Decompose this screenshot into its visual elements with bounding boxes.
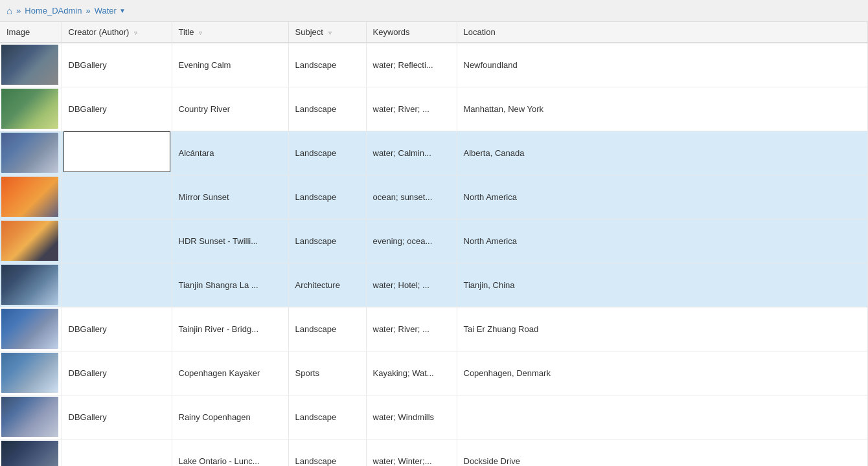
table-row[interactable]: DBGalleryTainjin River - Bridg...Landsca… [0, 307, 868, 351]
creator-cell[interactable] [62, 263, 172, 307]
title-cell[interactable]: HDR Sunset - Twilli... [172, 219, 288, 263]
keywords-cell: water; Windmills [366, 395, 457, 439]
image-cell [0, 351, 62, 395]
image-cell [0, 395, 62, 439]
col-header-location[interactable]: Location [457, 22, 868, 43]
location-cell: Dockside Drive [457, 439, 868, 466]
table-row[interactable]: Tianjin Shangra La ...Architecturewater;… [0, 263, 868, 307]
table-header-row: Image Creator (Author) ▿ Title ▿ Subject… [0, 22, 868, 43]
keywords-cell: Kayaking; Wat... [366, 351, 457, 395]
keywords-cell: evening; ocea... [366, 219, 457, 263]
keywords-cell: water; Hotel; ... [366, 263, 457, 307]
keywords-cell: water; Calmin... [366, 131, 457, 175]
creator-cell[interactable] [62, 175, 172, 219]
location-cell: Tai Er Zhuang Road [457, 307, 868, 351]
col-keywords-label: Keywords [373, 27, 410, 37]
creator-cell[interactable]: DBGallery [62, 43, 172, 87]
table-row[interactable]: DBGalleryCountry RiverLandscapewater; Ri… [0, 87, 868, 131]
location-cell: Copenhagen, Denmark [457, 351, 868, 395]
title-cell[interactable]: Tainjin River - Bridg... [172, 307, 288, 351]
subject-cell: Architecture [288, 263, 366, 307]
image-cell [0, 307, 62, 351]
creator-cell[interactable]: DBGallery [62, 87, 172, 131]
table-row[interactable]: DBGalleryCopenhagen KayakerSportsKayakin… [0, 351, 868, 395]
col-header-image[interactable]: Image [0, 22, 62, 43]
subject-sort-icon: ▿ [328, 29, 332, 36]
keywords-cell: water; Winter;... [366, 439, 457, 466]
keywords-cell: water; River; ... [366, 307, 457, 351]
title-sort-icon: ▿ [199, 29, 202, 36]
location-cell [457, 395, 868, 439]
subject-cell: Landscape [288, 439, 366, 466]
breadcrumb-dropdown-icon[interactable]: ▼ [119, 7, 126, 14]
location-cell: Alberta, Canada [457, 131, 868, 175]
col-creator-label: Creator (Author) [69, 27, 130, 37]
title-cell[interactable]: Country River [172, 87, 288, 131]
subject-cell: Landscape [288, 87, 366, 131]
title-cell[interactable]: Mirror Sunset [172, 175, 288, 219]
col-header-keywords[interactable]: Keywords [366, 22, 457, 43]
title-cell[interactable]: Evening Calm [172, 43, 288, 87]
creator-edit-input[interactable] [63, 131, 170, 172]
image-cell [0, 131, 62, 175]
subject-cell: Sports [288, 351, 366, 395]
table-row[interactable]: DBGalleryRainy CopenhagenLandscapewater;… [0, 395, 868, 439]
location-cell: Tianjin, China [457, 263, 868, 307]
creator-cell[interactable] [62, 439, 172, 466]
image-cell [0, 43, 62, 87]
keywords-cell: water; Reflecti... [366, 43, 457, 87]
subject-cell: Landscape [288, 175, 366, 219]
table-row[interactable]: Mirror SunsetLandscapeocean; sunset...No… [0, 175, 868, 219]
breadcrumb-sep-2: » [86, 6, 90, 16]
subject-cell: Landscape [288, 307, 366, 351]
title-cell[interactable]: Tianjin Shangra La ... [172, 263, 288, 307]
image-table-container: Image Creator (Author) ▿ Title ▿ Subject… [0, 22, 868, 466]
table-row[interactable]: DBGalleryEvening CalmLandscapewater; Ref… [0, 43, 868, 87]
image-cell [0, 263, 62, 307]
col-image-label: Image [6, 27, 30, 37]
creator-cell[interactable] [62, 219, 172, 263]
image-table: Image Creator (Author) ▿ Title ▿ Subject… [0, 22, 868, 466]
breadcrumb-current: Water ▼ [95, 6, 126, 16]
location-cell: North America [457, 175, 868, 219]
title-cell[interactable]: Copenhagen Kayaker [172, 351, 288, 395]
home-icon[interactable]: ⌂ [6, 5, 12, 16]
location-cell: Manhattan, New York [457, 87, 868, 131]
location-cell: North America [457, 219, 868, 263]
image-cell [0, 175, 62, 219]
col-header-subject[interactable]: Subject ▿ [288, 22, 366, 43]
col-subject-label: Subject [295, 27, 323, 37]
creator-cell[interactable] [62, 131, 172, 175]
col-header-creator[interactable]: Creator (Author) ▿ [62, 22, 172, 43]
creator-cell[interactable]: DBGallery [62, 307, 172, 351]
subject-cell: Landscape [288, 395, 366, 439]
col-title-label: Title [179, 27, 194, 37]
location-cell: Newfoundland [457, 43, 868, 87]
col-header-title[interactable]: Title ▿ [172, 22, 288, 43]
subject-cell: Landscape [288, 219, 366, 263]
breadcrumb: ⌂ » Home_DAdmin » Water ▼ [0, 0, 868, 22]
title-cell[interactable]: Lake Ontario - Lunc... [172, 439, 288, 466]
image-cell [0, 87, 62, 131]
creator-cell[interactable]: DBGallery [62, 395, 172, 439]
subject-cell: Landscape [288, 131, 366, 175]
table-row[interactable]: Lake Ontario - Lunc...Landscapewater; Wi… [0, 439, 868, 466]
col-location-label: Location [464, 27, 496, 37]
title-cell[interactable]: Alcántara [172, 131, 288, 175]
table-row[interactable]: AlcántaraLandscapewater; Calmin...Albert… [0, 131, 868, 175]
image-cell [0, 219, 62, 263]
breadcrumb-sep-1: » [16, 6, 21, 16]
table-row[interactable]: HDR Sunset - Twilli...Landscapeevening; … [0, 219, 868, 263]
image-cell [0, 439, 62, 466]
creator-cell[interactable]: DBGallery [62, 351, 172, 395]
keywords-cell: ocean; sunset... [366, 175, 457, 219]
breadcrumb-home-link[interactable]: Home_DAdmin [25, 6, 82, 16]
keywords-cell: water; River; ... [366, 87, 457, 131]
creator-sort-icon: ▿ [134, 29, 137, 36]
breadcrumb-current-label: Water [95, 6, 117, 16]
subject-cell: Landscape [288, 43, 366, 87]
title-cell[interactable]: Rainy Copenhagen [172, 395, 288, 439]
